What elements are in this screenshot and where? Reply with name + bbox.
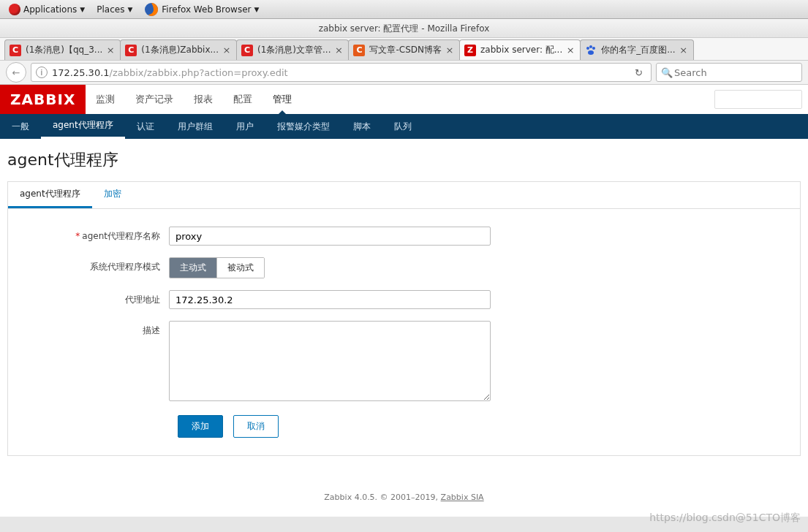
subnav-item[interactable]: agent代理程序 — [41, 114, 125, 139]
svg-point-3 — [592, 47, 595, 50]
subnav-item[interactable]: 报警媒介类型 — [265, 114, 341, 139]
mode-passive-button[interactable]: 被动式 — [216, 258, 264, 278]
toolbar: ← i 172.25.30.1/zabbix/zabbix.php?action… — [0, 60, 808, 85]
favicon: C — [125, 45, 137, 56]
search-icon: 🔍 — [661, 67, 671, 78]
subnav-item[interactable]: 用户群组 — [166, 114, 224, 139]
subnav-item[interactable]: 一般 — [0, 114, 41, 139]
zabbix-topbar: ZABBIX 监测资产记录报表配置管理 — [0, 85, 808, 114]
favicon: C — [353, 45, 365, 56]
applications-menu[interactable]: Applications ▼ — [3, 0, 91, 18]
close-icon[interactable]: × — [679, 45, 689, 56]
form-body: *agent代理程序名称 系统代理程序模式 主动式 被动式 代 — [8, 209, 800, 455]
close-icon[interactable]: × — [445, 45, 455, 56]
applications-label: Applications — [23, 4, 77, 15]
zabbix-search-input[interactable] — [714, 90, 802, 109]
subnav-item[interactable]: 脚本 — [341, 114, 382, 139]
close-icon[interactable]: × — [222, 45, 232, 56]
main-nav: 监测资产记录报表配置管理 — [86, 85, 302, 114]
tab-label: 你的名字_百度图... — [601, 44, 675, 56]
form-card: agent代理程序 加密 *agent代理程序名称 系统代理程序模式 主动式 被… — [7, 181, 801, 456]
close-icon[interactable]: × — [333, 45, 344, 56]
label-proxy-mode: 系统代理程序模式 — [23, 257, 169, 273]
page-title: agent代理程序 — [7, 149, 801, 171]
window-title: zabbix server: 配置代理 - Mozilla Firefox — [0, 19, 808, 38]
zabbix-footer: Zabbix 4.0.5. © 2001–2019, Zabbix SIA — [0, 478, 808, 517]
gnome-top-panel: Applications ▼ Places ▼ Firefox Web Brow… — [0, 0, 808, 19]
proxy-mode-segment: 主动式 被动式 — [169, 257, 265, 278]
chevron-down-icon: ▼ — [80, 6, 85, 13]
url-host: 172.25.30.1 — [52, 67, 110, 78]
sub-nav: 一般agent代理程序认证用户群组用户报警媒介类型脚本队列 — [0, 114, 808, 139]
search-input[interactable] — [674, 67, 797, 78]
browser-chrome: C(1条消息)【qq_3...×C(1条消息)Zabbix...×C(1条消息)… — [0, 38, 808, 517]
tab-label: (1条消息)Zabbix... — [141, 44, 219, 56]
browser-tab[interactable]: C写文章-CSDN博客× — [348, 39, 460, 60]
info-icon[interactable]: i — [36, 66, 48, 78]
svg-point-1 — [586, 47, 589, 50]
places-menu[interactable]: Places ▼ — [91, 0, 138, 18]
favicon: Z — [464, 45, 476, 56]
close-icon[interactable]: × — [105, 45, 116, 56]
reload-icon[interactable]: ↻ — [635, 67, 646, 78]
redhat-icon — [9, 4, 20, 15]
favicon: C — [241, 45, 253, 56]
tab-label: (1条消息)文章管... — [257, 44, 331, 56]
tab-encryption[interactable]: 加密 — [92, 182, 133, 208]
form-actions: 添加 取消 — [23, 415, 785, 438]
firefox-task-label: Firefox Web Browser — [162, 4, 251, 15]
svg-point-4 — [588, 50, 594, 55]
firefox-icon — [144, 2, 159, 17]
form-tabs: agent代理程序 加密 — [8, 182, 800, 209]
back-button[interactable]: ← — [6, 62, 26, 83]
footer-text: Zabbix 4.0.5. © 2001–2019, — [324, 493, 440, 502]
tab-label: 写文章-CSDN博客 — [369, 44, 442, 56]
cancel-button[interactable]: 取消 — [233, 415, 279, 438]
places-label: Places — [97, 4, 124, 15]
svg-point-2 — [589, 45, 592, 48]
mainnav-item[interactable]: 报表 — [184, 85, 223, 114]
favicon: C — [10, 45, 21, 56]
footer-link[interactable]: Zabbix SIA — [441, 493, 484, 502]
mode-active-button[interactable]: 主动式 — [170, 258, 216, 278]
label-proxy-address: 代理地址 — [23, 290, 169, 306]
chevron-down-icon: ▼ — [127, 6, 132, 13]
close-icon[interactable]: × — [565, 45, 575, 56]
add-button[interactable]: 添加 — [178, 415, 223, 438]
browser-tab[interactable]: 你的名字_百度图...× — [580, 39, 693, 60]
subnav-item[interactable]: 认证 — [125, 114, 166, 139]
chevron-down-icon: ▼ — [254, 6, 259, 13]
firefox-task[interactable]: Firefox Web Browser ▼ — [138, 0, 265, 18]
browser-tab[interactable]: C(1条消息)Zabbix...× — [120, 39, 237, 60]
mainnav-item[interactable]: 监测 — [86, 85, 125, 114]
input-proxy-name[interactable] — [169, 227, 491, 246]
tab-label: (1条消息)【qq_3... — [26, 44, 102, 56]
input-proxy-address[interactable] — [169, 290, 491, 309]
browser-tab[interactable]: Zzabbix server: 配...× — [459, 39, 581, 60]
baidu-icon — [585, 45, 597, 56]
label-description: 描述 — [23, 321, 169, 337]
zabbix-logo[interactable]: ZABBIX — [0, 85, 86, 114]
address-bar[interactable]: i 172.25.30.1/zabbix/zabbix.php?action=p… — [31, 63, 652, 82]
zabbix-search[interactable] — [714, 90, 802, 109]
mainnav-item[interactable]: 管理 — [263, 85, 302, 114]
tab-label: zabbix server: 配... — [480, 44, 562, 56]
input-description[interactable] — [169, 321, 491, 401]
subnav-item[interactable]: 用户 — [224, 114, 265, 139]
browser-tab[interactable]: C(1条消息)【qq_3...× — [4, 39, 121, 60]
tab-proxy[interactable]: agent代理程序 — [8, 182, 92, 208]
search-box[interactable]: 🔍 — [656, 63, 802, 82]
label-proxy-name: *agent代理程序名称 — [23, 227, 169, 243]
url-path: /zabbix/zabbix.php?action=proxy.edit — [110, 67, 288, 78]
page-body: agent代理程序 agent代理程序 加密 *agent代理程序名称 系统代理… — [0, 139, 808, 478]
subnav-item[interactable]: 队列 — [382, 114, 423, 139]
tab-strip: C(1条消息)【qq_3...×C(1条消息)Zabbix...×C(1条消息)… — [0, 38, 808, 60]
arrow-left-icon: ← — [12, 67, 20, 78]
zabbix-app: ZABBIX 监测资产记录报表配置管理 一般agent代理程序认证用户群组用户报… — [0, 85, 808, 517]
mainnav-item[interactable]: 资产记录 — [125, 85, 184, 114]
browser-tab[interactable]: C(1条消息)文章管...× — [236, 39, 349, 60]
mainnav-item[interactable]: 配置 — [223, 85, 263, 114]
